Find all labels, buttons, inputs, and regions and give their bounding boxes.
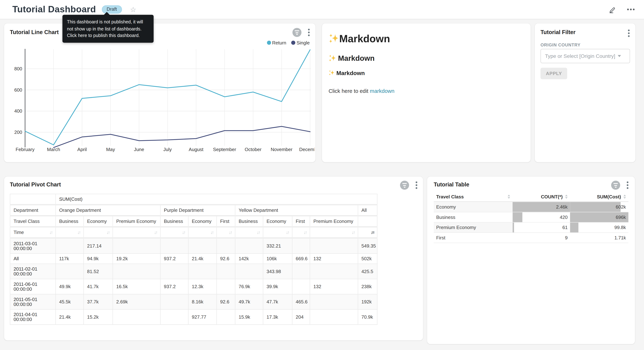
pivot-class-header[interactable]: Business [160, 216, 188, 227]
col-header-sum-cost[interactable]: SUM(Cost) [570, 192, 628, 202]
col-header-travel-class[interactable]: Travel Class [434, 192, 513, 202]
markdown-paragraph: Click here to edit markdown [328, 88, 524, 94]
x-tick-label: July [164, 147, 172, 152]
legend-item-single[interactable]: Single [291, 40, 310, 45]
pivot-sort-cell: ↓↑ [235, 227, 263, 238]
pivot-travel-class-row: Travel ClassBusinessEconomyPremium Econo… [10, 216, 377, 227]
sort-desc-active-icon[interactable]: ↓≡ [370, 230, 374, 235]
filter-indicator-icon[interactable] [400, 180, 409, 190]
pivot-class-header[interactable]: First [292, 216, 310, 227]
pivot-metric-row: SUM(Cost) [10, 194, 377, 205]
y-tick-label: 600 [14, 87, 22, 93]
pivot-value-cell: 927.77 [188, 310, 216, 324]
pivot-value-cell: 465.6 [292, 294, 310, 310]
pivot-value-cell: 937.2 [160, 254, 188, 264]
x-tick-label: June [134, 147, 144, 152]
pivot-value-cell: 12.3k [188, 279, 216, 294]
pivot-value-cell: 81.52 [84, 264, 113, 279]
travel-class-cell: Premium Economy [434, 222, 513, 233]
edit-pencil-icon[interactable] [609, 6, 616, 13]
pivot-value-cell: 94.9k [84, 254, 113, 264]
kebab-menu-icon[interactable] [307, 28, 310, 37]
pivot-class-header[interactable]: Economy [188, 216, 216, 227]
pivot-value-cell [113, 264, 160, 279]
col-header-count[interactable]: COUNT(*) [513, 192, 570, 202]
sort-asc-desc-icon[interactable]: ↓↑ [304, 230, 306, 235]
pivot-value-cell: 37.7k [84, 294, 113, 310]
pivot-sort-cell: ↓↑ [56, 227, 84, 238]
pivot-value-cell [160, 294, 188, 310]
pivot-value-cell [160, 310, 188, 324]
pivot-class-header[interactable]: Premium Economy [113, 216, 160, 227]
pivot-class-header[interactable]: Business [56, 216, 84, 227]
pivot-table: SUM(Cost)DepartmentOrange DepartmentPurp… [10, 194, 378, 325]
pivot-value-cell: 49.9k [56, 279, 84, 294]
pivot-group-header[interactable]: Orange Department [56, 205, 160, 216]
pivot-value-cell: 549.35 [358, 238, 377, 254]
pivot-value-cell: 49.7k [235, 294, 263, 310]
chart-legend: Return Single [267, 40, 310, 45]
y-tick-label: 800 [14, 66, 22, 72]
x-tick-label: October [245, 147, 262, 152]
series-line-return [25, 50, 310, 145]
origin-country-select[interactable]: Type or Select [Origin Country] [540, 49, 630, 63]
table-row: Business420696k [434, 212, 628, 222]
pivot-class-header[interactable]: Business [235, 216, 263, 227]
line-chart-card: Tutorial Line Chart Return Single Februa… [4, 24, 316, 162]
data-table: Travel Class COUNT(*) SUM(Cost) Economy2… [434, 192, 628, 243]
sort-asc-desc-icon[interactable]: ↓↑ [286, 230, 289, 235]
kebab-menu-icon[interactable] [626, 180, 629, 190]
pivot-value-cell [235, 238, 263, 254]
pivot-value-cell [216, 279, 235, 294]
pivot-value-cell: 76.9k [235, 279, 263, 294]
pivot-value-cell [56, 264, 84, 279]
pivot-value-cell: 425.5 [358, 264, 377, 279]
markdown-h3-text: Markdown [336, 70, 365, 76]
sort-asc-desc-icon[interactable]: ↓↑ [49, 230, 52, 235]
pivot-value-cell: 92.6 [216, 294, 235, 310]
pivot-group-header[interactable]: Purple Department [160, 205, 235, 216]
sort-asc-desc-icon[interactable]: ↓↑ [106, 230, 109, 235]
filter-indicator-icon[interactable] [611, 180, 620, 190]
sort-asc-desc-icon[interactable]: ↓↑ [154, 230, 157, 235]
markdown-h1-text: Markdown [339, 33, 390, 44]
pivot-value-cell: 41.7k [84, 279, 113, 294]
header-actions [609, 0, 635, 19]
pivot-class-header[interactable]: Economy [84, 216, 113, 227]
page-title: Tutorial Dashboard [12, 4, 96, 15]
pivot-row-label: 2011-02-01 00:00:00 [10, 264, 56, 279]
markdown-h1: Markdown [328, 32, 524, 45]
apply-button[interactable]: APPLY [540, 68, 567, 79]
favorite-star-icon[interactable]: ☆ [130, 6, 136, 13]
pivot-class-header[interactable]: Economy [263, 216, 292, 227]
pivot-corner-cell [10, 194, 56, 205]
x-tick-label: February [16, 147, 34, 152]
sort-asc-desc-icon[interactable]: ↓↑ [182, 230, 185, 235]
pivot-chart-card: Tutorial Pivot Chart SUM(Cost)Department… [4, 177, 423, 340]
sort-asc-desc-icon[interactable]: ↓↑ [77, 230, 80, 235]
pivot-row-label: All [10, 254, 56, 264]
pivot-value-cell [56, 238, 84, 254]
markdown-card: Markdown Markdown Markdown Click here to… [322, 24, 530, 162]
pivot-class-header[interactable]: Premium Economy [310, 216, 358, 227]
kebab-menu-icon[interactable] [627, 29, 630, 38]
sort-asc-desc-icon[interactable]: ↓↑ [257, 230, 260, 235]
ellipsis-menu-icon[interactable] [627, 8, 635, 11]
markdown-edit-link[interactable]: markdown [370, 88, 394, 94]
pivot-value-cell [235, 264, 263, 279]
sort-asc-desc-icon[interactable]: ↓↑ [352, 230, 354, 235]
pivot-value-cell: 937.2 [160, 279, 188, 294]
markdown-h2-text: Markdown [338, 54, 374, 63]
pivot-group-header[interactable]: Yellow Department [235, 205, 358, 216]
kebab-menu-icon[interactable] [415, 180, 418, 190]
pivot-class-header[interactable]: First [216, 216, 235, 227]
filter-indicator-icon[interactable] [292, 28, 302, 37]
sparkles-icon [328, 54, 336, 63]
pivot-travel-class-label: Travel Class [10, 216, 56, 227]
legend-item-return[interactable]: Return [267, 40, 286, 45]
dashboard-page: Tutorial Dashboard Draft ☆ This dashboar… [0, 0, 644, 350]
sort-asc-desc-icon[interactable]: ↓↑ [210, 230, 213, 235]
sort-asc-desc-icon[interactable]: ↓↑ [229, 230, 232, 235]
pivot-value-cell [310, 294, 358, 310]
y-tick-label: 400 [14, 108, 22, 114]
